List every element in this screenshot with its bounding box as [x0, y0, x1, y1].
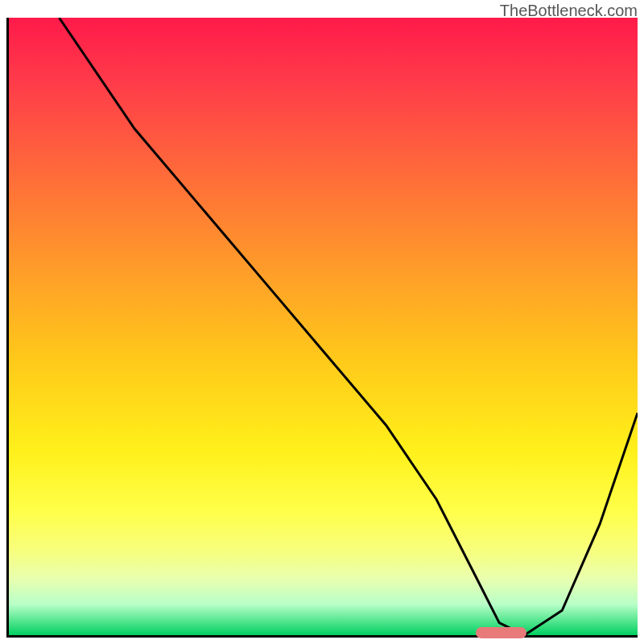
chart-area	[6, 18, 638, 638]
optimal-marker	[476, 627, 526, 638]
bottleneck-line	[9, 18, 638, 635]
